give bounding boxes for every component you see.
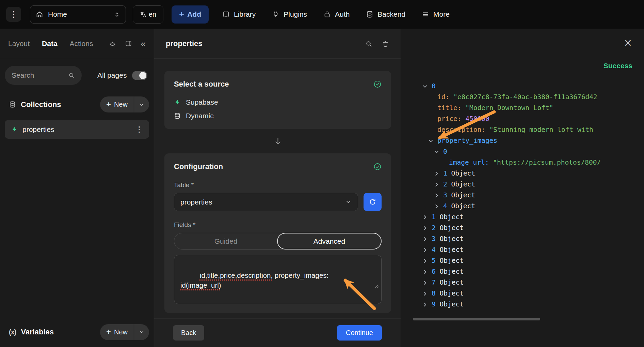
json-tree-row: 8 Object [401,288,644,299]
search-placeholder: Search [12,71,34,79]
table-select-value: properties [180,198,212,206]
chevron-right-icon[interactable] [422,245,432,256]
json-token: image_url: [449,159,493,166]
search-icon[interactable] [365,40,372,47]
json-token: 5 [432,257,439,265]
chevron-right-icon[interactable] [434,179,443,190]
json-tree-row: 7 Object [401,277,644,288]
json-token: Object [439,278,463,286]
chevron-down-icon[interactable] [134,324,149,340]
json-tree-row: title: "Modern Downtown Loft" [401,103,644,114]
chevron-right-icon[interactable] [422,223,432,234]
chevron-down-icon[interactable] [428,136,437,147]
chevron-right-icon[interactable] [422,212,432,223]
status-badge: Success [603,62,632,70]
json-tree-row: 4 Object [401,201,644,212]
add-button-label: Add [187,10,201,18]
nav-more[interactable]: More [422,10,450,18]
json-token: Object [451,180,475,188]
collapse-sidebar-icon[interactable]: « [141,39,146,48]
close-icon[interactable]: × [624,36,632,49]
chevron-down-icon[interactable] [134,96,149,112]
tab-actions[interactable]: Actions [70,40,93,48]
json-token: 3 [443,191,451,199]
panel-layout-icon[interactable] [125,40,132,47]
json-tree-row: 1 Object [401,212,644,223]
horizontal-scrollbar[interactable] [413,318,540,320]
collection-item-properties[interactable]: properties ⋮ [5,120,149,139]
supabase-bolt-icon [11,126,18,133]
chevron-right-icon[interactable] [422,267,432,277]
table-select[interactable]: properties [174,193,358,211]
json-token: 8 [432,289,439,297]
chevron-down-icon[interactable] [422,81,432,92]
continue-button[interactable]: Continue [337,325,382,341]
chevron-down-icon[interactable] [434,147,443,157]
resize-grip-icon[interactable] [351,271,379,302]
add-button[interactable]: + Add [172,5,209,24]
json-token: 7 [432,278,439,286]
fields-input[interactable]: id,title,price,description, property_ima… [174,255,382,304]
bug-icon[interactable] [109,40,116,47]
variables-new-button[interactable]: + New [100,324,149,340]
book-icon [222,11,230,18]
fields-mode-segmented-control: Guided Advanced [174,233,382,250]
item-kebab-menu-icon[interactable]: ⋮ [135,125,143,134]
nav-plugins[interactable]: Plugins [272,10,307,18]
chevron-right-icon[interactable] [422,234,432,245]
chevron-right-icon[interactable] [434,168,443,179]
lock-icon [323,11,331,18]
kebab-menu-icon: ⋮ [10,10,18,19]
all-pages-toggle[interactable] [132,71,147,80]
json-token: Object [439,213,463,221]
new-button-label: New [114,101,128,108]
nav-plugins-label: Plugins [284,10,307,18]
page-selector-label: Home [48,10,67,18]
chevron-right-icon[interactable] [422,299,432,310]
app-menu-button[interactable]: ⋮ [6,7,21,22]
tab-layout[interactable]: Layout [8,40,30,48]
source-provider-row: Supabase [174,98,382,106]
trash-icon[interactable] [382,40,389,47]
chevron-right-icon[interactable] [422,288,432,299]
collections-new-button[interactable]: + New [100,96,149,112]
json-token: 450000 [465,115,489,123]
segment-advanced[interactable]: Advanced [277,233,382,250]
json-tree-row: 4 Object [401,244,644,255]
variables-section: (x) Variables + New [0,317,154,347]
nav-auth[interactable]: Auth [323,10,350,18]
table-field-label: Table * [174,181,382,189]
app-window: ⋮ Home en + Add Library [0,0,644,347]
sidebar-tabs: Layout Data Actions « [0,29,154,58]
json-token: description: [437,126,489,134]
arrow-down-icon [273,137,283,146]
segment-guided[interactable]: Guided [174,233,277,249]
json-token: 4 [443,202,451,210]
refresh-table-button[interactable] [364,193,382,211]
json-token: Object [451,202,475,210]
json-token: "Stunning modern loft with [489,126,593,134]
back-button[interactable]: Back [173,325,204,341]
page-selector[interactable]: Home [30,5,126,24]
editor-title: properties [166,39,203,48]
nav-library[interactable]: Library [222,10,256,18]
chevron-right-icon[interactable] [422,256,432,267]
json-token: 2 [443,180,451,188]
source-mode-row: Dynamic [174,112,382,120]
json-tree-row: 3 Object [401,233,644,244]
search-input[interactable]: Search [5,66,82,85]
json-tree-row: 3 Object [401,190,644,201]
tab-data[interactable]: Data [42,40,58,48]
nav-more-label: More [433,10,450,18]
nav-library-label: Library [234,10,256,18]
language-selector[interactable]: en [133,5,163,24]
database-icon [9,101,16,108]
json-token: Object [451,169,475,177]
chevron-right-icon[interactable] [434,201,443,212]
json-token: 2 [432,224,439,232]
select-source-card: Select a source Supabase Dynamic [164,71,391,129]
chevron-right-icon[interactable] [434,190,443,201]
sidebar-search-row: Search All pages [0,58,154,85]
nav-backend[interactable]: Backend [366,10,405,18]
chevron-right-icon[interactable] [422,277,432,288]
